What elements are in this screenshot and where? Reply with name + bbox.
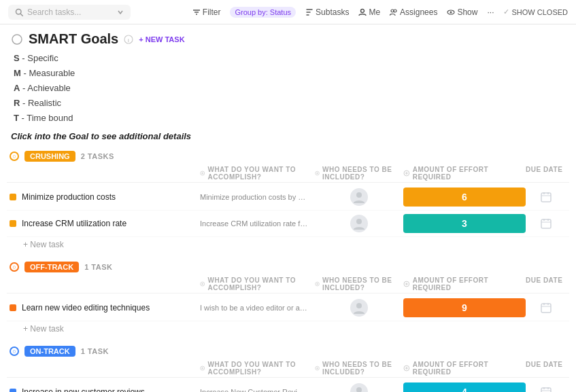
me-button[interactable]: Me <box>358 7 380 17</box>
task-name: Learn new video editing techniques <box>22 303 150 313</box>
click-note: Click into the Goal to see additional de… <box>11 131 565 141</box>
effort-bar: 6 <box>403 188 526 207</box>
col-who: WHO NEEDS TO BE INCLUDED? <box>315 277 403 291</box>
group-section-on-track: ○ ON-TRACK 1 TASK WHAT DO YOU WANT TO AC… <box>7 342 569 392</box>
task-description: Increase CRM utilization rate from 80 to… <box>200 219 315 228</box>
task-description: Minimize production costs by 15% <box>200 193 315 201</box>
filter-button[interactable]: Filter <box>192 7 221 17</box>
table-row[interactable]: Minimize production costs Minimize produ… <box>7 184 569 211</box>
group-header-on-track[interactable]: ○ ON-TRACK 1 TASK <box>7 342 569 359</box>
top-bar: Search tasks... Filter Group by: Status … <box>0 0 576 24</box>
due-date-cell[interactable] <box>526 302 566 313</box>
avatar-cell <box>315 215 403 232</box>
svg-rect-28 <box>541 219 551 228</box>
col-task <box>10 277 200 291</box>
col-due: DUE DATE <box>526 166 566 181</box>
group-by-button[interactable]: Group by: Status <box>230 7 296 18</box>
svg-point-7 <box>394 10 396 12</box>
svg-point-55 <box>356 387 362 392</box>
top-actions: Filter Group by: Status Subtasks Me Assi <box>192 7 568 18</box>
page-title-row: SMART Goals i + NEW TASK <box>11 31 565 47</box>
assignees-icon <box>390 8 398 16</box>
task-name-cell: Minimize production costs <box>10 192 200 202</box>
task-dot <box>10 304 16 311</box>
effort-cell: 3 <box>403 214 526 233</box>
avatar <box>350 383 368 392</box>
assignees-button[interactable]: Assignees <box>390 7 437 17</box>
task-name-cell: Increase in new customer reviews <box>10 387 200 392</box>
main-content: ○ CRUSHING 2 TASKS WHAT DO YOU WANT TO A… <box>0 147 576 392</box>
col-headers-on-track: WHAT DO YOU WANT TO ACCOMPLISH? WHO NEED… <box>7 359 569 378</box>
task-name: Minimize production costs <box>22 192 116 202</box>
svg-point-22 <box>356 192 362 198</box>
smart-item-m: M - Measurable <box>14 66 565 81</box>
group-icon-crushing: ○ <box>10 152 19 161</box>
new-task-button[interactable]: + New task <box>7 237 569 253</box>
smart-item-r: R - Realistic <box>14 96 565 111</box>
task-name-cell: Increase CRM utilization rate <box>10 219 200 228</box>
col-task <box>10 361 200 376</box>
calendar-icon <box>541 218 552 229</box>
task-name: Increase CRM utilization rate <box>22 219 126 228</box>
search-placeholder: Search tasks... <box>27 7 81 17</box>
col-effort: AMOUNT OF EFFORT REQUIRED <box>403 277 526 291</box>
group-icon-off-track: ○ <box>10 262 19 272</box>
group-header-off-track[interactable]: ○ OFF-TRACK 1 TASK <box>7 257 569 275</box>
smart-item-a: A - Achievable <box>14 81 565 96</box>
avatar-cell <box>315 383 403 392</box>
search-box[interactable]: Search tasks... <box>8 5 131 20</box>
avatar <box>350 215 368 232</box>
smart-item-t: T - Time bound <box>14 111 565 126</box>
group-badge-on-track: ON-TRACK <box>24 346 75 357</box>
add-task-button[interactable]: + NEW TASK <box>139 35 184 43</box>
group-header-crushing[interactable]: ○ CRUSHING 2 TASKS <box>7 147 569 164</box>
effort-cell: 6 <box>403 188 526 207</box>
col-effort: AMOUNT OF EFFORT REQUIRED <box>403 361 526 376</box>
subtasks-button[interactable]: Subtasks <box>305 7 349 17</box>
group-task-count-crushing: 2 TASKS <box>81 152 114 160</box>
effort-bar: 3 <box>403 214 526 233</box>
col-what: WHAT DO YOU WANT TO ACCOMPLISH? <box>200 361 315 376</box>
task-dot <box>10 220 16 227</box>
col-due: DUE DATE <box>526 277 566 291</box>
due-date-cell[interactable] <box>526 218 566 229</box>
chevron-down-icon <box>117 9 124 16</box>
col-who: WHO NEEDS TO BE INCLUDED? <box>315 361 403 376</box>
svg-rect-42 <box>541 304 551 313</box>
table-row[interactable]: Increase in new customer reviews Increas… <box>7 379 569 392</box>
task-dot <box>10 194 16 200</box>
show-button[interactable]: Show <box>447 7 477 17</box>
smart-item-s: S - Specific <box>14 51 565 66</box>
avatar-cell <box>315 299 403 317</box>
filter-icon <box>192 8 201 16</box>
col-task <box>10 166 200 181</box>
svg-point-41 <box>356 303 362 308</box>
group-badge-crushing: CRUSHING <box>24 151 75 162</box>
due-date-cell[interactable] <box>526 192 566 202</box>
avatar <box>350 188 368 206</box>
smart-list: S - Specific M - Measurable A - Achievab… <box>11 51 565 126</box>
show-closed-button[interactable]: ✓ SHOW CLOSED <box>503 7 568 16</box>
group-by-badge: Group by: Status <box>230 7 296 18</box>
new-task-button[interactable]: + New task <box>7 321 569 338</box>
col-headers-crushing: WHAT DO YOU WANT TO ACCOMPLISH? WHO NEED… <box>7 164 569 183</box>
calendar-icon <box>541 387 552 392</box>
svg-rect-23 <box>541 193 551 202</box>
info-icon: i <box>124 35 133 44</box>
effort-cell: 4 <box>403 382 526 392</box>
task-dot <box>10 389 16 392</box>
group-section-crushing: ○ CRUSHING 2 TASKS WHAT DO YOU WANT TO A… <box>7 147 569 253</box>
col-what: WHAT DO YOU WANT TO ACCOMPLISH? <box>200 277 315 291</box>
svg-line-1 <box>20 14 22 16</box>
table-row[interactable]: Learn new video editing techniques I wis… <box>7 295 569 321</box>
avatar-cell <box>315 188 403 206</box>
circle-icon <box>11 33 23 46</box>
table-row[interactable]: Increase CRM utilization rate Increase C… <box>7 211 569 237</box>
effort-bar: 9 <box>403 298 526 317</box>
calendar-icon <box>541 302 552 313</box>
due-date-cell[interactable] <box>526 387 566 392</box>
svg-text:i: i <box>128 37 129 43</box>
group-task-count-off-track: 1 TASK <box>84 263 112 271</box>
avatar <box>350 299 368 317</box>
more-button[interactable]: ··· <box>487 7 494 17</box>
